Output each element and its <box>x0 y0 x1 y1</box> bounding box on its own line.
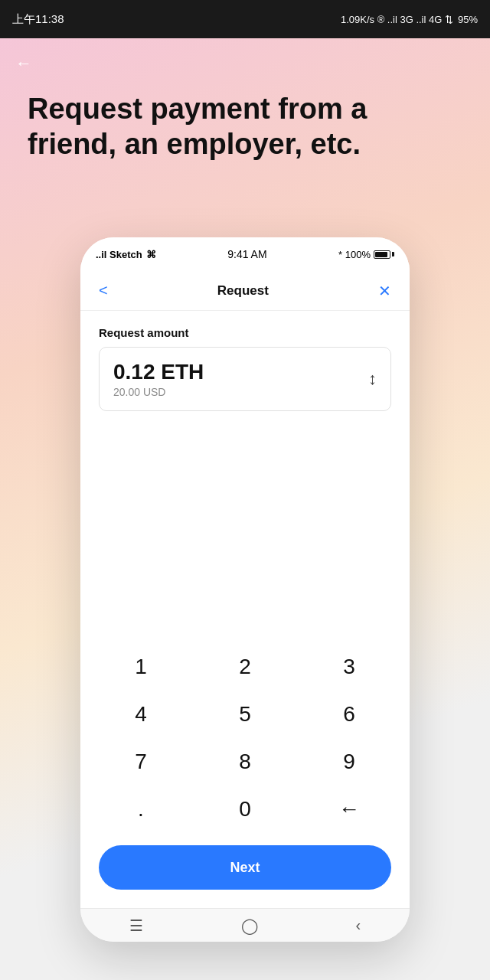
phone-body: Request amount 0.12 ETH 20.00 USD ↕ 1 2 … <box>80 311 410 908</box>
amount-secondary: 20.00 USD <box>113 386 204 398</box>
key-dot[interactable]: . <box>99 786 183 833</box>
keypad-row-4: . 0 ← <box>99 786 391 833</box>
key-4[interactable]: 4 <box>99 691 183 738</box>
amount-primary: 0.12 ETH <box>113 360 204 384</box>
keypad: 1 2 3 4 5 6 7 8 9 . 0 ← <box>80 643 410 845</box>
key-2[interactable]: 2 <box>203 643 287 691</box>
page-headline: Request payment from a friend, an employ… <box>28 92 462 162</box>
key-8[interactable]: 8 <box>203 738 287 786</box>
key-1[interactable]: 1 <box>99 643 183 691</box>
key-3[interactable]: 3 <box>307 643 391 691</box>
key-9[interactable]: 9 <box>307 738 391 786</box>
amount-box: 0.12 ETH 20.00 USD ↕ <box>99 347 391 411</box>
keypad-row-2: 4 5 6 <box>99 691 391 738</box>
swap-currency-button[interactable]: ↕ <box>368 369 377 389</box>
keypad-spacer <box>80 419 410 643</box>
main-content: ← Request payment from a friend, an empl… <box>0 38 490 980</box>
amount-values: 0.12 ETH 20.00 USD <box>113 360 204 398</box>
phone-bottom-nav: ☰ ◯ ‹ <box>80 908 410 942</box>
keypad-row-1: 1 2 3 <box>99 643 391 691</box>
next-button[interactable]: Next <box>99 845 391 890</box>
battery-icon <box>374 250 394 259</box>
bottom-nav-back-icon[interactable]: ‹ <box>355 916 361 934</box>
keypad-row-3: 7 8 9 <box>99 738 391 786</box>
nav-title: Request <box>217 283 269 299</box>
status-time: 上午11:38 <box>12 12 64 27</box>
status-icons: 1.09K/s ® ..il 3G ..il 4G ⇅ 95% <box>341 14 478 25</box>
key-backspace[interactable]: ← <box>307 786 391 833</box>
nav-close-button[interactable]: ✕ <box>378 282 391 300</box>
phone-status-right: * 100% <box>338 249 394 260</box>
key-7[interactable]: 7 <box>99 738 183 786</box>
key-0[interactable]: 0 <box>203 786 287 833</box>
status-bar: 上午11:38 1.09K/s ® ..il 3G ..il 4G ⇅ 95% <box>0 0 490 38</box>
amount-section: Request amount 0.12 ETH 20.00 USD ↕ <box>80 311 410 419</box>
wifi-icon: ⌘ <box>146 249 156 260</box>
phone-status-bar: ..il Sketch ⌘ 9:41 AM * 100% <box>80 237 410 271</box>
back-button[interactable]: ← <box>15 54 32 74</box>
amount-label: Request amount <box>99 326 391 339</box>
key-6[interactable]: 6 <box>307 691 391 738</box>
phone-status-time: 9:41 AM <box>227 248 266 260</box>
phone-status-left: ..il Sketch ⌘ <box>96 249 156 260</box>
phone-mockup: ..il Sketch ⌘ 9:41 AM * 100% < Request ✕ <box>80 237 410 942</box>
bottom-nav-home-icon[interactable]: ◯ <box>241 916 258 935</box>
bottom-nav-menu-icon[interactable]: ☰ <box>129 916 143 935</box>
key-5[interactable]: 5 <box>203 691 287 738</box>
nav-back-button[interactable]: < <box>99 282 108 299</box>
phone-navbar: < Request ✕ <box>80 271 410 311</box>
